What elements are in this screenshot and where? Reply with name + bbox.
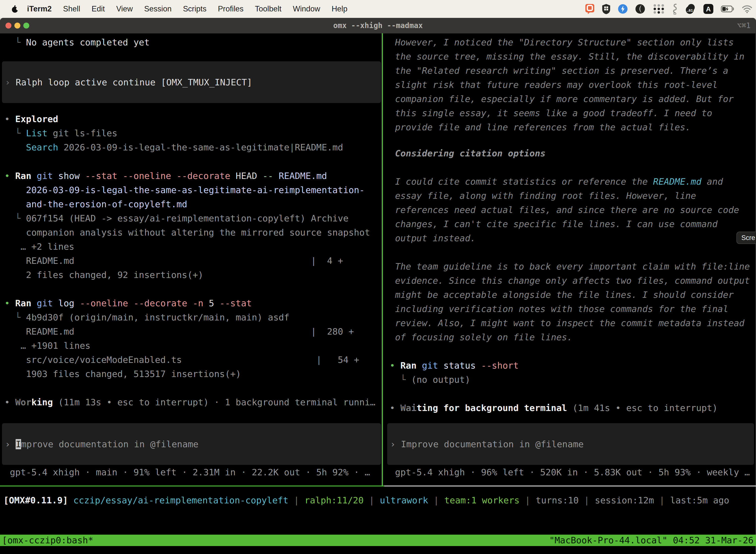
menubar-status-icons: ..61 A (585, 3, 756, 15)
terminal-line: README.md | 4 + (4, 254, 381, 268)
terminal-line: output instead. (390, 231, 752, 245)
terminal-line: • Explored (4, 112, 381, 126)
terminal-line: the "Related research writing" section i… (390, 63, 752, 78)
badge-61-icon[interactable]: ..61 (685, 3, 696, 14)
terminal-line: 2 files changed, 92 insertions(+) (4, 268, 381, 282)
left-pane-bottom-divider (0, 486, 384, 487)
terminal-line: provide file and line references from th… (390, 120, 752, 134)
terminal-line: └ List git ls-files (4, 126, 381, 140)
terminal-line: └ 067f154 (HEAD -> essay/ai-reimplementa… (4, 211, 381, 225)
menu-item-window[interactable]: Window (287, 4, 326, 13)
terminal-line: I could cite commit statistics or refere… (390, 174, 752, 189)
menu-item-scripts[interactable]: Scripts (177, 4, 212, 13)
svg-text:A: A (706, 5, 711, 13)
terminal-line: including verification notes with those … (390, 302, 752, 316)
terminal-line: … +1901 lines (4, 339, 381, 353)
omx-status-bar: [OMX#0.11.9] cczip/essay/ai-reimplementa… (3, 493, 756, 507)
right-pane-bottom-divider (384, 486, 756, 487)
terminal-line: the source tree, missing the essay. Stil… (390, 49, 752, 63)
terminal-line: companion file, especially if more comme… (390, 92, 752, 106)
menu-item-edit[interactable]: Edit (86, 4, 110, 13)
terminal-line: gpt-5.4 xhigh · 96% left · 520K in · 5.8… (390, 465, 750, 479)
terminal-line: • Working (11m 13s • esc to interrupt) ·… (4, 395, 381, 409)
dots-grid-icon[interactable] (652, 3, 665, 14)
terminal-line: • Waiting for background terminal (1m 41… (390, 401, 752, 415)
terminal-line: slight risk that future readers may over… (390, 78, 752, 92)
terminal-line: 1903 files changed, 513517 insertions(+) (4, 367, 381, 381)
terminal-line: … +2 lines (4, 239, 381, 254)
menu-item-session[interactable]: Session (138, 4, 177, 13)
menu-bar: iTerm2ShellEditViewSessionScriptsProfile… (0, 0, 756, 18)
screenshot-app-icon[interactable] (585, 3, 595, 14)
terminal-line: • Ran git status --short (390, 358, 752, 373)
terminal-line: changes, I can't cite specific file line… (390, 217, 752, 231)
wifi-icon[interactable] (742, 5, 753, 13)
terminal-line: review. Also, I might want to inspect th… (390, 316, 752, 330)
window-shortcut-hint: ⌥⌘1 (737, 18, 751, 33)
terminal-line: of focusing solely on file lines. (390, 330, 752, 344)
iterm2-window: omx --xhigh --madmax ⌥⌘1 └ No agents com… (0, 18, 756, 554)
tmux-pane-divider-vertical[interactable] (382, 33, 383, 487)
terminal-line: evidence. Since this change only affects… (390, 274, 752, 288)
apple-logo-icon[interactable] (11, 5, 19, 13)
terminal-line: 2026-03-09-is-legal-the-same-as-legitima… (4, 183, 381, 197)
terminal-line: references need actual files, and since … (390, 203, 752, 217)
terminal-line: companion analysis without altering the … (4, 225, 381, 239)
menu-item-shell[interactable]: Shell (57, 4, 86, 13)
terminal-line: • Ran git log --oneline --decorate -n 5 … (4, 296, 381, 310)
terminal-line: • Ran git show --stat --oneline --decora… (4, 169, 381, 183)
a-square-icon[interactable]: A (703, 3, 714, 14)
window-title: omx --xhigh --madmax (0, 18, 756, 33)
menu-item-help[interactable]: Help (326, 4, 353, 13)
left-pane-prompt-input[interactable]: › Improve documentation in @filename (2, 423, 381, 465)
terminal-line: Considering citation options (390, 146, 752, 160)
menu-items: iTerm2ShellEditViewSessionScriptsProfile… (21, 4, 353, 13)
terminal-line: › Improve documentation in @filename (390, 437, 584, 451)
kaleidoscope-icon[interactable] (635, 4, 645, 14)
terminal-line: › Improve documentation in @filename (5, 437, 198, 451)
menu-item-toolbelt[interactable]: Toolbelt (249, 4, 287, 13)
screen-overlay-label: Scre (741, 234, 755, 242)
window-title-bar[interactable]: omx --xhigh --madmax ⌥⌘1 (0, 18, 756, 34)
right-pane-scrollback: However, I noticed the "Directory Struct… (390, 35, 752, 415)
terminal-line: However, I noticed the "Directory Struct… (390, 35, 752, 49)
right-pane-model-status: gpt-5.4 xhigh · 96% left · 520K in · 5.8… (390, 465, 750, 479)
terminal-line: [OMX#0.11.9] cczip/essay/ai-reimplementa… (3, 493, 756, 507)
terminal-line: › Ralph loop active continue [OMX_TMUX_I… (5, 75, 252, 89)
terminal-line: and-the-erosion-of-copyleft.md (4, 197, 381, 211)
terminal-line: Search 2026-03-09-is-legal-the-same-as-l… (4, 140, 381, 154)
menu-item-profiles[interactable]: Profiles (212, 4, 249, 13)
left-pane-model-status: gpt-5.4 xhigh · main · 91% left · 2.31M … (4, 465, 370, 479)
terminal-line: The team guideline is to back every impo… (390, 259, 752, 274)
menu-item-iterm2[interactable]: iTerm2 (21, 4, 57, 13)
terminal-line: gpt-5.4 xhigh · main · 91% left · 2.31M … (4, 465, 370, 479)
squiggle-icon[interactable] (672, 3, 678, 15)
shield-grid-icon[interactable] (602, 3, 611, 14)
battery-icon[interactable] (721, 5, 735, 12)
screen-overlay-chip[interactable]: Scre (737, 232, 756, 244)
terminal-line: README.md | 280 + (4, 324, 381, 339)
terminal-line: └ 4b9d30f (origin/main, instructkr/main,… (4, 310, 381, 324)
svg-text:..61: ..61 (687, 8, 693, 12)
tmux-session-window[interactable]: [omx-cczip0:bash* (2, 535, 93, 546)
left-pane-injected-prompt-box: › Ralph loop active continue [OMX_TMUX_I… (2, 61, 381, 103)
terminal-line: src/voice/voiceModeEnabled.ts | 54 + (4, 353, 381, 367)
blue-bolt-badge-icon[interactable] (618, 4, 628, 14)
terminal-line: └ (no output) (390, 373, 752, 387)
tmux-status-bar: [omx-cczip0:bash* "MacBook-Pro-44.local"… (0, 535, 756, 546)
tmux-host-clock: "MacBook-Pro-44.local" 04:52 31-Mar-26 (549, 535, 754, 546)
menu-item-view[interactable]: View (111, 4, 139, 13)
right-pane-prompt-input[interactable]: › Improve documentation in @filename (387, 423, 754, 465)
terminal-line: └ No agents completed yet (4, 35, 381, 49)
terminal-line: might be acceptable alongside the file l… (390, 288, 752, 302)
terminal-line: this single essay, it seems like a good … (390, 106, 752, 120)
terminal-line: essay file, along with finding root file… (390, 189, 752, 203)
